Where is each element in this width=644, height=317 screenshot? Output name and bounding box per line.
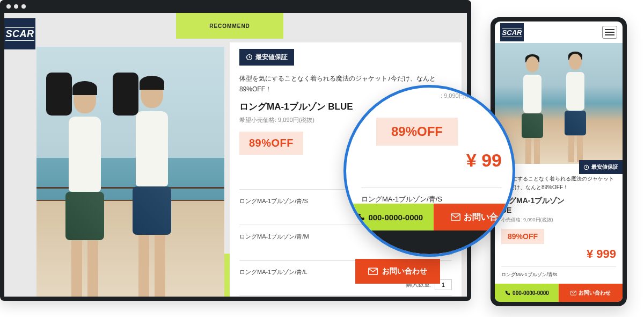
brand-logo-text: SCAR xyxy=(502,28,522,37)
mobile-sticky-footer: 000-0000-0000 お問い合わせ xyxy=(495,284,623,302)
product-msrp: 小売価格: 9,090円(税抜) xyxy=(501,217,616,224)
contact-button-label: お問い合わせ xyxy=(579,289,611,297)
brand-logo-text: SCAR xyxy=(5,27,34,41)
zoom-msrp-fragment: : 9,090円(税抜) xyxy=(441,92,480,100)
contact-button[interactable]: お問い合わせ xyxy=(355,259,440,284)
mail-icon xyxy=(451,213,460,221)
product-price: ¥ 99 xyxy=(466,150,502,171)
brand-logo[interactable]: SCAR xyxy=(500,23,524,41)
clock-icon xyxy=(246,54,253,61)
mobile-header: SCAR xyxy=(495,21,623,43)
lowest-price-badge: 最安値保証 xyxy=(239,49,294,66)
discount-badge: 89%OFF xyxy=(501,229,544,244)
badge-text: 最安値保証 xyxy=(255,53,288,62)
variant-row: ロングMA-1ブルゾン/青/S xyxy=(501,266,616,280)
discount-badge: 89%OFF xyxy=(376,118,458,146)
product-description: を気にすることなく着られる魔法のジャケット♪今だけ、なんと89%OFF！ xyxy=(501,175,616,192)
window-dot xyxy=(21,4,26,9)
window-title-bar xyxy=(0,0,471,13)
phone-number: 000-0000-0000 xyxy=(368,213,423,222)
contact-button-label: お問い合 xyxy=(464,212,498,223)
phone-number: 000-0000-0000 xyxy=(513,290,549,296)
badge-text: 最安値保証 xyxy=(591,163,618,171)
hamburger-menu-button[interactable] xyxy=(602,26,617,39)
brand-logo[interactable]: SCAR xyxy=(4,18,35,49)
discount-badge: 89%OFF xyxy=(239,132,303,155)
window-dot xyxy=(6,4,11,9)
sticky-footer-bar: 000-0000-0000 お問い合 xyxy=(346,204,513,230)
variant-row: ロングMA-1ブルゾン/青/S xyxy=(361,188,502,204)
contact-button[interactable]: お問い合わせ xyxy=(559,284,623,302)
recommend-banner: RECOMMEND xyxy=(176,13,283,39)
recommend-label: RECOMMEND xyxy=(209,23,250,29)
product-price: ¥ 999 xyxy=(501,247,616,261)
window-dot xyxy=(14,4,18,9)
lowest-price-badge: 最安値保証 xyxy=(579,160,623,174)
zoom-lens: : 9,090円(税抜) 89%OFF ¥ 99 ロングMA-1ブルゾン/青/S… xyxy=(343,85,515,257)
clock-icon xyxy=(583,164,589,170)
phone-button[interactable]: 000-0000-0000 xyxy=(495,284,559,302)
product-title: ングMA-1ブルゾンUE xyxy=(501,196,616,214)
contact-button-label: お問い合わせ xyxy=(382,266,427,276)
product-image xyxy=(495,43,623,164)
mail-icon xyxy=(570,290,576,296)
product-image xyxy=(36,47,224,297)
mail-icon xyxy=(368,268,378,275)
phone-icon xyxy=(504,290,510,296)
